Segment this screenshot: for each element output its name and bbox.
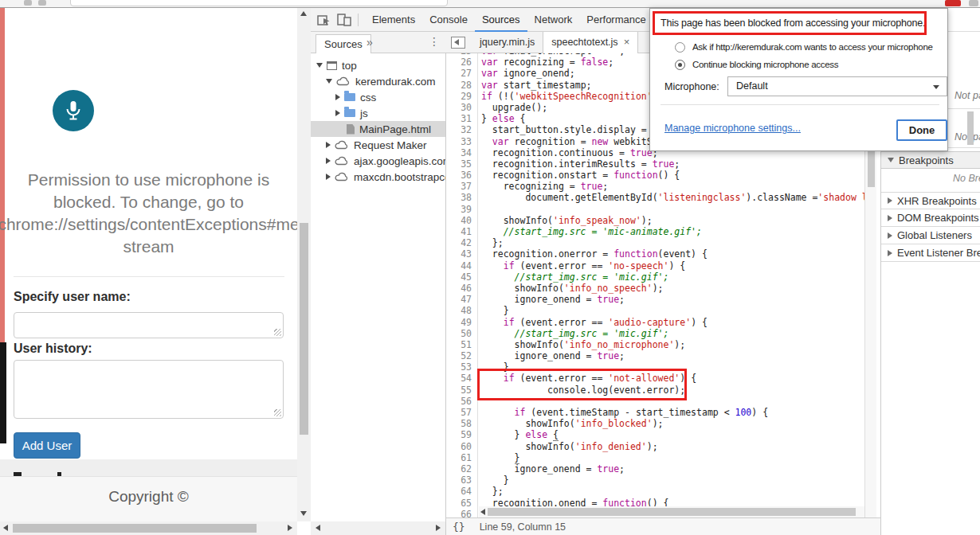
line-number[interactable]: 49 bbox=[446, 317, 478, 328]
line-number[interactable]: 59 bbox=[446, 429, 478, 440]
devtools-tab-elements[interactable]: Elements bbox=[365, 8, 422, 32]
tree-item-top[interactable]: top bbox=[311, 57, 445, 73]
line-number[interactable]: 50 bbox=[446, 328, 478, 339]
navigator-sources-tab[interactable]: Sources bbox=[316, 34, 371, 53]
more-tabs-chevron[interactable]: » bbox=[367, 36, 373, 49]
line-number[interactable]: 46 bbox=[446, 283, 478, 294]
done-button[interactable]: Done bbox=[896, 119, 947, 141]
tree-disclosure-arrow[interactable] bbox=[316, 63, 323, 68]
line-number[interactable]: 40 bbox=[446, 215, 478, 226]
line-number[interactable]: 54 bbox=[446, 373, 478, 384]
sidebar-scroll-thumb[interactable] bbox=[967, 111, 974, 145]
tree-item-js[interactable]: js bbox=[311, 105, 445, 121]
sidebar-section-event-listener-breakpoints[interactable]: Event Listener Breakpoints bbox=[881, 244, 980, 262]
sidebar-section-dom-breakpoints[interactable]: DOM Breakpoints bbox=[881, 209, 980, 227]
pretty-print-icon[interactable]: {} bbox=[453, 521, 465, 533]
radio-continue-blocking[interactable] bbox=[675, 60, 685, 70]
microphone-button[interactable] bbox=[53, 90, 94, 131]
tree-item-request-maker[interactable]: Request Maker bbox=[311, 137, 445, 153]
line-number[interactable]: 60 bbox=[446, 441, 478, 452]
breakpoints-section-header[interactable]: Breakpoints bbox=[881, 151, 980, 169]
scroll-right-arrow[interactable] bbox=[288, 525, 292, 531]
add-user-button[interactable]: Add User bbox=[14, 432, 80, 459]
device-toolbar-icon[interactable] bbox=[337, 14, 351, 26]
tree-disclosure-arrow[interactable] bbox=[326, 79, 332, 84]
tree-disclosure-arrow[interactable] bbox=[326, 174, 331, 180]
line-number[interactable]: 55 bbox=[446, 385, 478, 396]
line-number[interactable]: 61 bbox=[446, 452, 478, 463]
line-number[interactable]: 44 bbox=[446, 260, 478, 271]
radio-ask[interactable] bbox=[675, 42, 685, 53]
scroll-thumb[interactable] bbox=[300, 223, 308, 435]
line-number[interactable]: 33 bbox=[446, 136, 478, 147]
radio-ask-label[interactable]: Ask if http://keremdurak.com wants to ac… bbox=[692, 42, 933, 52]
line-number[interactable]: 48 bbox=[446, 305, 478, 316]
devtools-tab-network[interactable]: Network bbox=[527, 8, 580, 32]
line-number[interactable]: 47 bbox=[446, 294, 478, 305]
line-number[interactable]: 35 bbox=[446, 158, 478, 170]
line-number[interactable]: 39 bbox=[446, 204, 478, 215]
microphone-select[interactable]: Default bbox=[727, 76, 947, 96]
line-number[interactable]: 45 bbox=[446, 271, 478, 283]
line-number[interactable]: 58 bbox=[446, 418, 478, 429]
tree-item-css[interactable]: css bbox=[311, 89, 445, 105]
tree-disclosure-arrow[interactable] bbox=[335, 94, 340, 100]
navigator-horizontal-scrollbar[interactable] bbox=[311, 521, 446, 535]
line-number[interactable]: 62 bbox=[446, 463, 478, 474]
tree-disclosure-arrow[interactable] bbox=[326, 158, 331, 164]
scroll-left-arrow[interactable] bbox=[480, 509, 485, 515]
line-number[interactable]: 66 bbox=[446, 509, 478, 517]
resize-grip[interactable] bbox=[274, 409, 281, 416]
scroll-right-arrow[interactable] bbox=[436, 525, 441, 531]
history-textarea[interactable] bbox=[14, 360, 284, 419]
line-number[interactable]: 37 bbox=[446, 181, 478, 192]
devtools-tab-performance[interactable]: Performance bbox=[579, 8, 653, 32]
page-horizontal-scrollbar[interactable] bbox=[0, 521, 297, 535]
line-number[interactable]: 57 bbox=[446, 407, 478, 418]
line-number[interactable]: 28 bbox=[446, 80, 478, 91]
omnibox-fragment[interactable] bbox=[70, 0, 448, 6]
line-number[interactable]: 53 bbox=[446, 361, 478, 373]
page-vertical-scrollbar[interactable] bbox=[297, 8, 311, 521]
tree-item-ajax-googleapis-com[interactable]: ajax.googleapis.com bbox=[311, 153, 445, 169]
hide-navigator-icon[interactable] bbox=[451, 37, 465, 49]
tree-item-mainpage-html[interactable]: MainPage.html bbox=[311, 121, 445, 137]
scroll-thumb[interactable] bbox=[488, 508, 856, 516]
line-number[interactable]: 34 bbox=[446, 147, 478, 158]
scroll-thumb[interactable] bbox=[13, 524, 257, 533]
close-icon[interactable]: × bbox=[624, 36, 630, 48]
line-number[interactable]: 51 bbox=[446, 339, 478, 350]
line-number[interactable]: 38 bbox=[446, 192, 478, 203]
resize-grip[interactable] bbox=[274, 329, 281, 336]
scroll-up-arrow[interactable] bbox=[300, 11, 307, 16]
editor-tab-speechtotext-js[interactable]: speechtotext.js× bbox=[543, 32, 638, 53]
line-number[interactable]: 30 bbox=[446, 102, 478, 113]
menu-dots-icon[interactable]: ⋮ bbox=[429, 35, 440, 48]
mic-blocked-omnibox-icon[interactable] bbox=[945, 0, 961, 6]
username-input[interactable] bbox=[14, 312, 284, 338]
inspect-element-icon[interactable] bbox=[317, 13, 331, 26]
radio-continue-blocking-label[interactable]: Continue blocking microphone access bbox=[692, 60, 838, 69]
line-number[interactable]: 41 bbox=[446, 226, 478, 237]
line-number[interactable]: 52 bbox=[446, 350, 478, 361]
line-number[interactable]: 32 bbox=[446, 124, 478, 135]
editor-tab-jquery-min-js[interactable]: jquery.min.js bbox=[472, 32, 543, 53]
line-number[interactable]: 43 bbox=[446, 248, 478, 260]
sidebar-section-global-listeners[interactable]: Global Listeners bbox=[881, 227, 980, 244]
line-number[interactable]: 31 bbox=[446, 113, 478, 124]
tree-item-maxcdn-bootstrapcdn-com[interactable]: maxcdn.bootstrapcdn.com bbox=[311, 169, 445, 185]
scroll-down-arrow[interactable] bbox=[300, 511, 307, 516]
line-number[interactable]: 42 bbox=[446, 237, 478, 248]
sidebar-section-xhr-breakpoints[interactable]: XHR Breakpoints bbox=[881, 192, 980, 209]
editor-horizontal-scrollbar[interactable] bbox=[479, 506, 864, 517]
line-number[interactable]: 56 bbox=[446, 396, 478, 407]
scroll-left-arrow[interactable] bbox=[3, 525, 8, 531]
devtools-tab-console[interactable]: Console bbox=[422, 8, 475, 32]
line-number[interactable]: 36 bbox=[446, 170, 478, 181]
line-number[interactable]: 64 bbox=[446, 486, 478, 497]
line-number[interactable]: 27 bbox=[446, 68, 478, 79]
devtools-tab-sources[interactable]: Sources bbox=[475, 8, 527, 32]
line-number[interactable]: 26 bbox=[446, 57, 478, 68]
tree-disclosure-arrow[interactable] bbox=[335, 110, 340, 116]
scroll-left-arrow[interactable] bbox=[316, 525, 320, 531]
